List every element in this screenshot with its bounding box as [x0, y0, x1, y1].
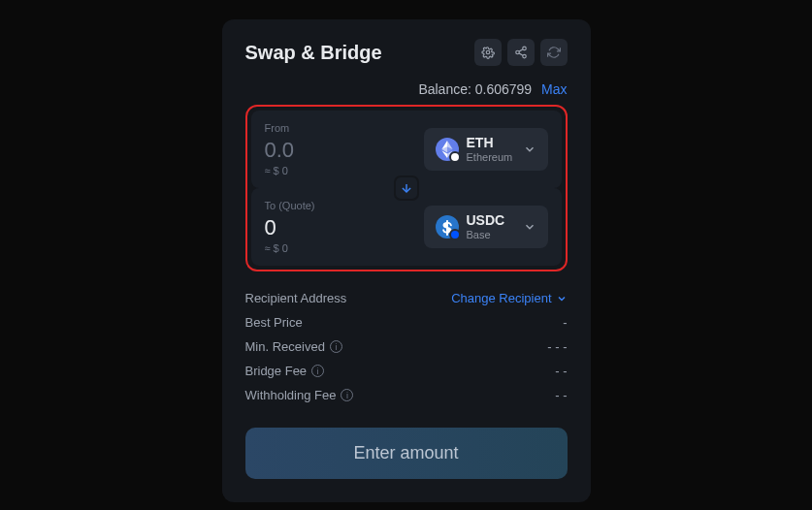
refresh-icon — [547, 46, 561, 59]
info-icon[interactable]: i — [341, 389, 353, 401]
info-icon[interactable]: i — [311, 365, 324, 377]
from-label: From — [265, 122, 424, 134]
change-recipient-button[interactable]: Change Recipient — [451, 291, 567, 305]
to-label: To (Quote) — [265, 200, 424, 211]
eth-network-badge — [449, 151, 461, 163]
svg-line-4 — [519, 53, 523, 55]
chevron-down-icon — [523, 143, 536, 156]
min-received-row: Min. Received i - - - — [245, 339, 568, 354]
switch-direction-button[interactable] — [394, 175, 419, 201]
info-icon[interactable]: i — [330, 340, 342, 353]
base-network-badge — [449, 229, 461, 240]
svg-point-2 — [515, 50, 519, 54]
svg-point-0 — [486, 50, 490, 54]
chevron-down-icon — [523, 220, 536, 234]
from-token-picker[interactable]: ETH Ethereum — [424, 128, 548, 170]
to-token-symbol: USDC — [467, 213, 515, 228]
best-price-label: Best Price — [245, 315, 303, 330]
submit-button[interactable]: Enter amount — [245, 428, 568, 479]
settings-button[interactable] — [474, 39, 502, 66]
min-received-value: - - - — [547, 339, 567, 354]
from-amount: 0.0 — [265, 138, 424, 163]
swap-bridge-panel: Swap & Bridge Balance: 0.606799 Max From… — [222, 19, 591, 502]
gear-icon — [481, 46, 495, 59]
recipient-row: Recipient Address Change Recipient — [245, 291, 568, 305]
to-output-area: To (Quote) 0 ≈ $ 0 — [265, 200, 424, 254]
svg-point-3 — [522, 54, 526, 58]
refresh-button[interactable] — [540, 39, 568, 66]
from-token-symbol: ETH — [467, 136, 515, 150]
svg-line-5 — [519, 49, 523, 51]
usdc-icon — [436, 215, 459, 239]
bridge-fee-label: Bridge Fee i — [245, 364, 325, 378]
balance-row: Balance: 0.606799 Max — [245, 81, 568, 97]
withholding-fee-row: Withholding Fee i - - — [245, 388, 568, 402]
from-input-area[interactable]: From 0.0 ≈ $ 0 — [265, 122, 424, 176]
withholding-fee-label: Withholding Fee i — [245, 388, 354, 402]
min-received-label: Min. Received i — [245, 339, 342, 354]
swap-box: From 0.0 ≈ $ 0 ETH Ethereum To ( — [245, 105, 568, 271]
best-price-row: Best Price - — [245, 315, 568, 330]
share-icon — [514, 46, 528, 59]
eth-icon — [436, 138, 459, 161]
bridge-fee-row: Bridge Fee i - - — [245, 364, 568, 378]
arrow-down-icon — [400, 181, 413, 195]
svg-point-1 — [522, 47, 526, 50]
to-token-network: Base — [467, 229, 515, 240]
bridge-fee-value: - - — [555, 364, 567, 378]
header-actions — [474, 39, 568, 66]
max-button[interactable]: Max — [541, 81, 567, 97]
chevron-down-icon — [556, 293, 568, 304]
balance-label: Balance: 0.606799 — [418, 81, 532, 97]
panel-header: Swap & Bridge — [245, 39, 568, 66]
withholding-fee-value: - - — [555, 388, 567, 402]
to-amount: 0 — [265, 215, 424, 240]
to-fiat: ≈ $ 0 — [265, 242, 424, 254]
best-price-value: - — [563, 315, 567, 330]
page-title: Swap & Bridge — [245, 42, 382, 64]
to-token-picker[interactable]: USDC Base — [424, 206, 548, 247]
from-token-network: Ethereum — [467, 151, 515, 163]
share-button[interactable] — [507, 39, 535, 66]
recipient-label: Recipient Address — [245, 291, 347, 305]
